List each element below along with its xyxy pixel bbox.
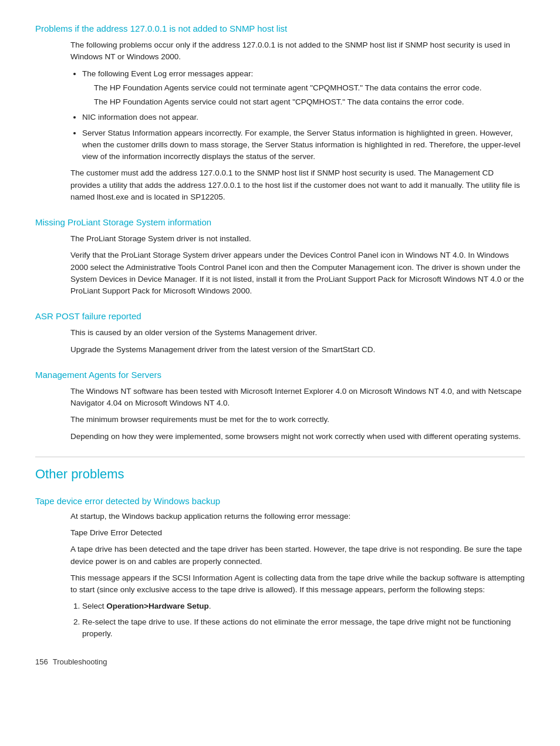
tape-para-1: At startup, the Windows backup applicati… bbox=[70, 511, 525, 522]
asr-para-1: This is caused by an older version of th… bbox=[70, 327, 525, 339]
management-agents-section: Management Agents for Servers The Window… bbox=[35, 370, 525, 443]
proliant-para-2: Verify that the ProLiant Storage System … bbox=[70, 249, 525, 297]
management-agents-heading: Management Agents for Servers bbox=[35, 370, 525, 380]
page-number: 156 bbox=[35, 657, 48, 666]
management-agents-para-3: Depending on how they were implemented, … bbox=[70, 431, 525, 443]
snmp-heading: Problems if the address 127.0.0.1 is not… bbox=[35, 23, 525, 33]
list-item: NIC information does not appear. bbox=[82, 112, 525, 123]
list-item: The following Event Log error messages a… bbox=[82, 68, 525, 109]
footer: 156 Troubleshooting bbox=[35, 657, 525, 666]
other-problems-section: Other problems bbox=[35, 457, 525, 482]
snmp-intro: The following problems occur only if the… bbox=[70, 39, 525, 63]
snmp-bullet-list: The following Event Log error messages a… bbox=[82, 68, 525, 163]
footer-label: Troubleshooting bbox=[53, 657, 107, 666]
asr-para-2: Upgrade the Systems Management driver fr… bbox=[70, 344, 525, 356]
tape-device-heading: Tape device error detected by Windows ba… bbox=[35, 496, 525, 506]
tape-para-2: Tape Drive Error Detected bbox=[70, 527, 525, 539]
proliant-heading: Missing ProLiant Storage System informat… bbox=[35, 217, 525, 227]
asr-section: ASR POST failure reported This is caused… bbox=[35, 311, 525, 356]
tape-para-3: A tape drive has been detected and the t… bbox=[70, 544, 525, 568]
list-item: Select Operation>Hardware Setup. bbox=[82, 600, 525, 612]
tape-device-section: Tape device error detected by Windows ba… bbox=[35, 496, 525, 640]
step-1-bold: Operation>Hardware Setup bbox=[106, 602, 208, 610]
page-content: Problems if the address 127.0.0.1 is not… bbox=[35, 23, 525, 666]
list-item: Server Status Information appears incorr… bbox=[82, 127, 525, 163]
proliant-para-1: The ProLiant Storage System driver is no… bbox=[70, 233, 525, 245]
other-problems-heading: Other problems bbox=[35, 457, 525, 482]
proliant-section: Missing ProLiant Storage System informat… bbox=[35, 217, 525, 297]
snmp-closing: The customer must add the address 127.0.… bbox=[70, 167, 525, 203]
asr-heading: ASR POST failure reported bbox=[35, 311, 525, 321]
sub-item: The HP Foundation Agents service could n… bbox=[94, 96, 525, 108]
footer-text: 156 Troubleshooting bbox=[35, 657, 525, 666]
management-agents-para-2: The minimum browser requirements must be… bbox=[70, 414, 525, 426]
tape-para-4: This message appears if the SCSI Informa… bbox=[70, 572, 525, 596]
step-1-text: Select bbox=[82, 602, 106, 610]
step-1-after: . bbox=[209, 602, 211, 610]
management-agents-para-1: The Windows NT software has been tested … bbox=[70, 386, 525, 410]
snmp-section: Problems if the address 127.0.0.1 is not… bbox=[35, 23, 525, 203]
sub-item: The HP Foundation Agents service could n… bbox=[94, 82, 525, 94]
list-item: Re-select the tape drive to use. If thes… bbox=[82, 616, 525, 640]
tape-steps-list: Select Operation>Hardware Setup. Re-sele… bbox=[82, 600, 525, 640]
